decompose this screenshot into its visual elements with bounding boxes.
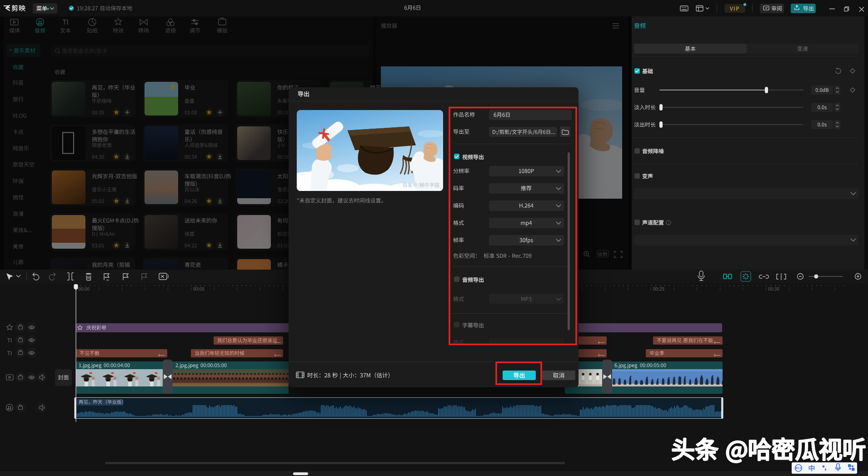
- svg-text:iFLY: iFLY: [795, 466, 802, 470]
